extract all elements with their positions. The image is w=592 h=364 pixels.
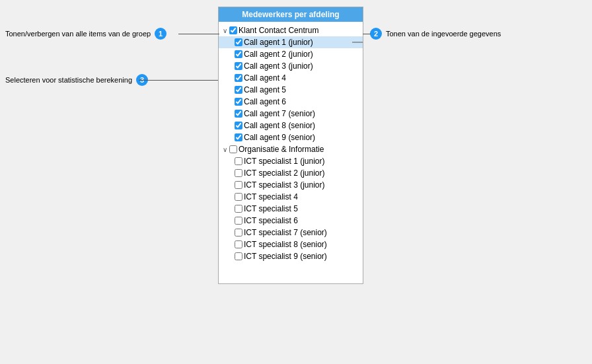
item-checkbox-org-3[interactable] xyxy=(235,193,242,201)
item-row-klant-6[interactable]: Call agent 7 (senior) xyxy=(219,108,363,120)
item-checkbox-klant-1[interactable] xyxy=(235,50,242,58)
selected-indicator-line xyxy=(352,42,363,43)
item-checkbox-org-6[interactable] xyxy=(235,229,242,237)
group-checkbox-org[interactable] xyxy=(229,145,237,153)
item-label-org-1: ICT specialist 2 (junior) xyxy=(244,168,324,178)
item-label-klant-2: Call agent 3 (junior) xyxy=(244,61,313,71)
item-checkbox-klant-2[interactable] xyxy=(235,62,242,70)
item-row-klant-5[interactable]: Call agent 6 xyxy=(219,96,363,108)
item-label-klant-7: Call agent 8 (senior) xyxy=(244,121,315,130)
group-checkbox-klant[interactable] xyxy=(229,26,237,34)
item-checkbox-klant-5[interactable] xyxy=(235,98,242,106)
annotation-1: Tonen/verbergen van alle items van de gr… xyxy=(5,28,166,40)
item-row-org-0[interactable]: ICT specialist 1 (junior) xyxy=(219,155,363,167)
item-row-klant-8[interactable]: Call agent 9 (senior) xyxy=(219,131,363,143)
group-row-klant: ∨Klant Contact Centrum xyxy=(219,24,363,36)
item-checkbox-org-7[interactable] xyxy=(235,240,242,248)
group-toggle-klant[interactable]: ∨ xyxy=(221,27,228,34)
item-checkbox-klant-0[interactable] xyxy=(235,38,242,46)
item-label-klant-0: Call agent 1 (junior) xyxy=(244,38,313,47)
annotation-2-label: Tonen van de ingevoerde gegevens xyxy=(386,30,501,38)
item-label-org-6: ICT specialist 7 (senior) xyxy=(244,228,327,237)
annotation-1-badge: 1 xyxy=(155,28,166,40)
item-checkbox-klant-6[interactable] xyxy=(235,110,242,118)
item-label-org-5: ICT specialist 6 xyxy=(244,216,298,225)
item-row-org-3[interactable]: ICT specialist 4 xyxy=(219,191,363,203)
employee-panel: Medewerkers per afdeling ∨Klant Contact … xyxy=(218,7,363,284)
annotation-1-label: Tonen/verbergen van alle items van de gr… xyxy=(5,30,151,38)
item-row-org-5[interactable]: ICT specialist 6 xyxy=(219,215,363,227)
item-row-org-2[interactable]: ICT specialist 3 (junior) xyxy=(219,179,363,191)
item-label-klant-4: Call agent 5 xyxy=(244,85,286,94)
panel-body: ∨Klant Contact CentrumCall agent 1 (juni… xyxy=(219,22,363,265)
panel-title: Medewerkers per afdeling xyxy=(219,7,363,22)
item-label-klant-6: Call agent 7 (senior) xyxy=(244,109,315,118)
item-checkbox-org-0[interactable] xyxy=(235,157,242,165)
item-checkbox-klant-8[interactable] xyxy=(235,133,242,141)
item-label-org-2: ICT specialist 3 (junior) xyxy=(244,180,324,190)
item-row-klant-0[interactable]: Call agent 1 (junior) xyxy=(219,36,363,48)
item-checkbox-org-1[interactable] xyxy=(235,169,242,177)
annotation-3-label: Selecteren voor statistische berekening xyxy=(5,76,132,84)
item-label-klant-1: Call agent 2 (junior) xyxy=(244,50,313,59)
item-checkbox-org-8[interactable] xyxy=(235,252,242,260)
group-row-org: ∨Organisatie & Informatie xyxy=(219,143,363,155)
item-label-klant-3: Call agent 4 xyxy=(244,73,286,83)
item-row-klant-4[interactable]: Call agent 5 xyxy=(219,84,363,96)
item-label-org-4: ICT specialist 5 xyxy=(244,204,298,213)
item-row-org-7[interactable]: ICT specialist 8 (senior) xyxy=(219,238,363,250)
annotation-2-badge: 2 xyxy=(370,28,382,40)
item-row-klant-3[interactable]: Call agent 4 xyxy=(219,72,363,84)
item-label-org-3: ICT specialist 4 xyxy=(244,192,298,201)
item-row-org-6[interactable]: ICT specialist 7 (senior) xyxy=(219,227,363,238)
item-label-klant-5: Call agent 6 xyxy=(244,97,286,106)
item-checkbox-org-5[interactable] xyxy=(235,217,242,225)
item-label-org-8: ICT specialist 9 (senior) xyxy=(244,252,327,261)
item-checkbox-klant-3[interactable] xyxy=(235,74,242,82)
item-checkbox-klant-4[interactable] xyxy=(235,86,242,94)
annotation-2-line xyxy=(363,34,371,34)
item-row-klant-2[interactable]: Call agent 3 (junior) xyxy=(219,60,363,72)
item-label-org-0: ICT specialist 1 (junior) xyxy=(244,157,324,166)
group-label-org: Organisatie & Informatie xyxy=(239,145,324,154)
group-toggle-org[interactable]: ∨ xyxy=(221,146,228,153)
annotation-2: 2 Tonen van de ingevoerde gegevens xyxy=(370,28,501,40)
annotation-3: Selecteren voor statistische berekening … xyxy=(5,74,148,86)
item-row-klant-7[interactable]: Call agent 8 (senior) xyxy=(219,120,363,131)
item-row-klant-1[interactable]: Call agent 2 (junior) xyxy=(219,48,363,60)
item-label-org-7: ICT specialist 8 (senior) xyxy=(244,240,327,249)
annotation-1-line xyxy=(178,34,219,34)
item-checkbox-klant-7[interactable] xyxy=(235,122,242,129)
item-row-org-1[interactable]: ICT specialist 2 (junior) xyxy=(219,167,363,179)
item-checkbox-org-4[interactable] xyxy=(235,205,242,213)
item-label-klant-8: Call agent 9 (senior) xyxy=(244,133,315,142)
group-label-klant: Klant Contact Centrum xyxy=(239,26,318,35)
item-row-org-8[interactable]: ICT specialist 9 (senior) xyxy=(219,250,363,262)
item-checkbox-org-2[interactable] xyxy=(235,181,242,189)
annotation-3-line xyxy=(139,80,218,81)
item-row-org-4[interactable]: ICT specialist 5 xyxy=(219,203,363,215)
